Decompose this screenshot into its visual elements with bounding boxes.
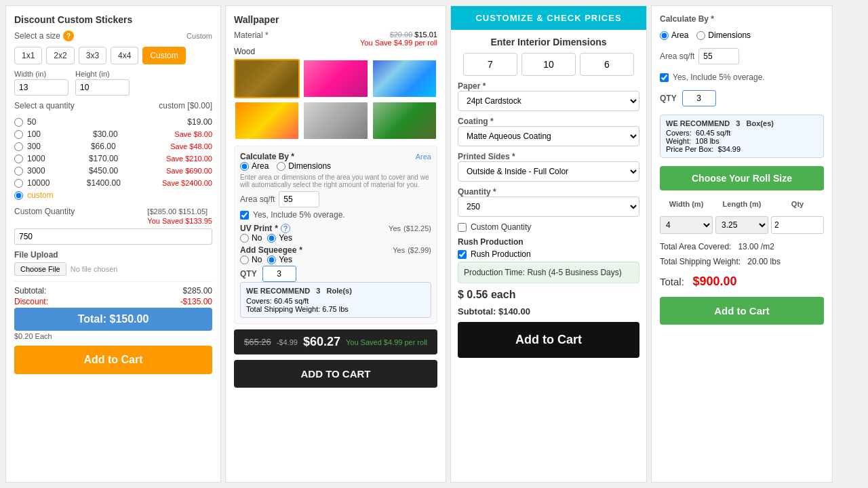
size-btn-3x3[interactable]: 3x3 xyxy=(79,47,106,64)
discount-tag: -$4.99 xyxy=(277,338,298,346)
width-label: Width (in) xyxy=(14,70,68,78)
thumb-wood[interactable] xyxy=(234,59,300,98)
panel3-title: Enter Interior Dimensions xyxy=(458,37,639,47)
calc-area-radio[interactable] xyxy=(240,162,249,171)
size-btn-1x1[interactable]: 1x1 xyxy=(14,47,42,64)
height-input[interactable] xyxy=(75,79,130,96)
qty-input-p4[interactable] xyxy=(682,90,716,106)
file-upload-label: File Upload xyxy=(14,250,212,260)
printed-sides-select[interactable]: Outside & Inside - Full Color xyxy=(458,161,639,182)
rush-checkbox[interactable] xyxy=(458,250,467,259)
uv-print-row: UV Print * ? Yes ($12.25) xyxy=(240,224,431,233)
area-input-row: Area sq/ft xyxy=(240,191,431,207)
height-label: Height (in) xyxy=(75,70,130,78)
thumb-pink[interactable] xyxy=(302,59,368,98)
subtotal-p3: Subtotal: $140.00 xyxy=(458,306,639,317)
total-area-row: Total Area Covered: 13.00 /m2 xyxy=(660,242,824,251)
calc-radio-p4: Area Dimensions xyxy=(660,30,824,40)
custom-qty-input[interactable] xyxy=(14,228,212,245)
add-to-cart-button[interactable]: Add to Cart xyxy=(458,322,639,358)
thumb-geo[interactable] xyxy=(372,59,437,98)
size-label: Select a size ? xyxy=(14,30,74,41)
material-section: Material * $20.00 $15.01 You Save $4.99 … xyxy=(234,30,437,140)
size-btn-custom[interactable]: Custom xyxy=(142,47,185,64)
panel3-header: CUSTOMIZE & CHECK PRICES xyxy=(451,6,646,30)
qty-row-50: 50 $19.00 xyxy=(14,116,212,128)
qty-header: Select a quantity custom [$0.00] xyxy=(14,101,212,110)
calc-by-section: Calculate By * Area Area Dimensions Ente… xyxy=(234,146,437,324)
qty-radio-50[interactable] xyxy=(14,118,23,127)
coating-select[interactable]: Matte Aqueous Coating xyxy=(458,126,639,146)
length-col-label: Length (m) xyxy=(715,200,768,208)
thumbnail-grid xyxy=(234,59,437,140)
calc-area-radio-p4[interactable] xyxy=(660,31,669,40)
total-bar: Total: $150.00 xyxy=(14,308,212,331)
dim-inputs xyxy=(458,53,639,76)
dim2-input[interactable] xyxy=(521,53,576,76)
rush-info-box: Production Time: Rush (4-5 Business Days… xyxy=(458,262,639,283)
orig-price: $65.26 xyxy=(244,337,271,347)
area-input[interactable] xyxy=(279,191,319,207)
overage-checkbox-p4[interactable] xyxy=(660,73,669,82)
calc-dim-radio[interactable] xyxy=(277,162,285,171)
total-weight-row: Total Shipping Weight: 20.00 lbs xyxy=(660,257,824,266)
qty-radio-100[interactable] xyxy=(14,130,23,139)
total-price-p4: Total: $900.00 xyxy=(660,274,824,289)
qty-radio-10000[interactable] xyxy=(14,179,23,188)
sq-no-radio[interactable] xyxy=(240,256,249,264)
panel-wallpaper: Wallpaper Material * $20.00 $15.01 You S… xyxy=(225,5,446,483)
panel3-body: Enter Interior Dimensions Paper * 24pt C… xyxy=(451,30,646,365)
qty-input-row: QTY xyxy=(240,266,431,282)
qty-radio-custom[interactable] xyxy=(14,191,23,200)
material-name: Wood xyxy=(234,47,437,56)
file-upload-section: File Upload Choose File No file chosen xyxy=(14,250,212,276)
sq-yes-radio[interactable] xyxy=(267,256,276,264)
custom-qty-checkbox[interactable] xyxy=(458,223,467,232)
roll-header: Choose Your Roll Size xyxy=(660,166,824,190)
area-input-p4[interactable] xyxy=(698,48,739,64)
calc-by-label-p4: Calculate By * xyxy=(660,14,824,24)
length-select[interactable]: 3.25 xyxy=(715,216,768,234)
qty-radio-1000[interactable] xyxy=(14,155,23,163)
material-label: Material * xyxy=(234,30,269,40)
overage-p4: Yes, Include 5% overage. xyxy=(660,73,824,82)
width-field: Width (in) xyxy=(14,70,68,96)
paper-select[interactable]: 24pt Cardstock xyxy=(458,91,639,111)
thumb-grey[interactable] xyxy=(302,101,368,140)
total-price-value: $900.00 xyxy=(692,274,736,288)
overage-checkbox[interactable] xyxy=(240,211,249,220)
quantity-field: Quantity * 250 xyxy=(458,187,639,217)
qty-input[interactable] xyxy=(262,266,296,282)
size-btn-4x4[interactable]: 4x4 xyxy=(111,47,138,64)
thumb-room[interactable] xyxy=(372,101,437,140)
paper-field: Paper * 24pt Cardstock xyxy=(458,81,639,111)
hint-text: Enter area or dimensions of the area you… xyxy=(240,174,431,188)
choose-file-btn[interactable]: Choose File xyxy=(14,262,66,276)
size-btn-2x2[interactable]: 2x2 xyxy=(46,47,74,64)
qty-p4: QTY xyxy=(660,90,824,106)
dim3-input[interactable] xyxy=(580,53,634,76)
add-to-cart-button[interactable]: Add to Cart xyxy=(14,346,212,374)
uv-help-icon[interactable]: ? xyxy=(281,224,290,233)
width-col-label: Width (m) xyxy=(660,200,713,208)
qty-row-300: 300 $66.00 Save $48.00 xyxy=(14,140,212,152)
qty-radio-300[interactable] xyxy=(14,142,23,151)
add-to-cart-button[interactable]: ADD TO CART xyxy=(234,360,437,388)
add-to-cart-button[interactable]: Add to Cart xyxy=(660,297,824,325)
uv-no-radio[interactable] xyxy=(240,234,249,243)
qty-col-label: Qty xyxy=(771,200,824,208)
uv-yes-radio[interactable] xyxy=(267,234,276,243)
material-price: $20.00 $15.01 You Save $4.99 per roll xyxy=(360,30,437,47)
width-input[interactable] xyxy=(14,79,68,96)
dim1-input[interactable] xyxy=(463,53,517,76)
thumb-sunset[interactable] xyxy=(234,101,300,140)
size-buttons: 1x1 2x2 3x3 4x4 Custom xyxy=(14,47,212,64)
width-select[interactable]: 4 xyxy=(660,216,713,234)
roll-col-labels: Width (m) Length (m) Qty xyxy=(660,200,824,208)
file-name: No file chosen xyxy=(71,265,118,273)
qty-roll-input[interactable] xyxy=(771,216,824,234)
size-help-icon[interactable]: ? xyxy=(63,30,74,41)
calc-dim-radio-p4[interactable] xyxy=(696,31,705,40)
qty-radio-3000[interactable] xyxy=(14,167,23,176)
quantity-select[interactable]: 250 xyxy=(458,197,639,217)
